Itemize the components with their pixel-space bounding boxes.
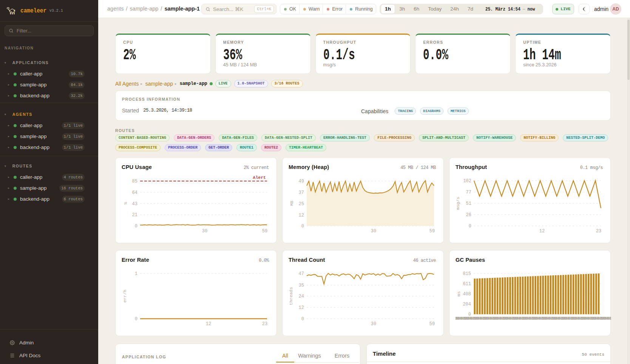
svg-text:msg/s: msg/s — [456, 197, 460, 210]
svg-text:23: 23 — [262, 321, 267, 327]
svg-text:0: 0 — [469, 224, 471, 229]
svg-text:30: 30 — [371, 229, 376, 234]
svg-text:30: 30 — [371, 321, 376, 327]
svg-text:12: 12 — [299, 305, 304, 310]
svg-text:1: 1 — [135, 271, 137, 276]
svg-text:35: 35 — [299, 283, 304, 288]
svg-text:30: 30 — [202, 229, 207, 234]
svg-text:err/h: err/h — [122, 290, 127, 303]
svg-text:59: 59 — [429, 321, 435, 327]
svg-text:102: 102 — [463, 178, 471, 184]
svg-text:12: 12 — [206, 321, 211, 327]
svg-text:threads: threads — [289, 287, 293, 305]
svg-text:59: 59 — [429, 229, 435, 234]
svg-text:0: 0 — [135, 224, 137, 229]
svg-text:408: 408 — [463, 292, 471, 297]
svg-text:12: 12 — [539, 229, 545, 234]
svg-text:23: 23 — [596, 229, 601, 234]
svg-text:47: 47 — [299, 271, 304, 276]
svg-text:26: 26 — [466, 212, 471, 218]
svg-text:815: 815 — [463, 271, 471, 276]
svg-text:Alert: Alert — [253, 175, 266, 180]
svg-text:611: 611 — [463, 281, 471, 287]
svg-text:MB: MB — [289, 201, 294, 206]
svg-text:25: 25 — [299, 201, 304, 207]
svg-text:64: 64 — [132, 190, 137, 195]
svg-text:37: 37 — [299, 190, 304, 195]
svg-text:0: 0 — [135, 316, 137, 322]
svg-text:2020-03-252020-03-252020-03-25: 2020-03-252020-03-252020-03-252020-03-25… — [456, 316, 611, 321]
svg-text:85: 85 — [132, 179, 137, 184]
svg-text:%: % — [123, 202, 128, 204]
svg-text:24: 24 — [299, 294, 304, 299]
svg-text:51: 51 — [466, 201, 471, 206]
svg-text:12: 12 — [299, 213, 304, 218]
svg-text:0: 0 — [301, 224, 304, 229]
svg-text:204: 204 — [463, 302, 471, 307]
svg-text:21: 21 — [132, 212, 137, 218]
svg-text:ms: ms — [456, 291, 461, 296]
svg-text:77: 77 — [466, 190, 471, 195]
svg-text:0: 0 — [301, 316, 304, 322]
svg-text:59: 59 — [262, 229, 267, 234]
svg-text:49: 49 — [299, 179, 304, 184]
svg-text:43: 43 — [132, 201, 137, 207]
